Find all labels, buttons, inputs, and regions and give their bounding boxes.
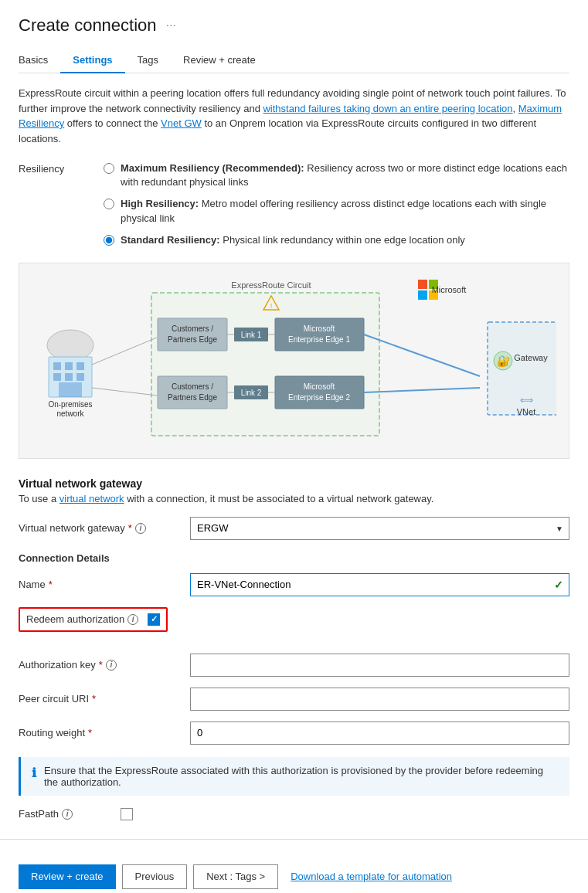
mee2-label2: Enterprise Edge 2 — [288, 393, 350, 402]
page-description: ExpressRoute circuit within a peering lo… — [19, 86, 569, 146]
bottom-divider — [0, 839, 588, 840]
routing-weight-required: * — [88, 727, 92, 739]
withstand-link[interactable]: withstand failures taking down an entire… — [263, 103, 512, 114]
radio-option-max[interactable]: Maximum Resiliency (Recommended): Resili… — [104, 161, 569, 189]
radio-standard[interactable] — [104, 235, 114, 246]
vng-required: * — [128, 522, 132, 534]
cpe1-label1: Customers / — [172, 324, 213, 333]
radio-option-standard[interactable]: Standard Resiliency: Physical link redun… — [104, 233, 569, 247]
virtual-network-link[interactable]: virtual network — [59, 493, 124, 504]
radio-max[interactable] — [104, 163, 114, 174]
mee2-box — [275, 376, 364, 409]
fastpath-label: FastPath i — [19, 808, 111, 820]
info-banner-text: Ensure that the ExpressRoute associated … — [44, 765, 559, 788]
building-door — [59, 382, 82, 397]
redeem-auth-container: Redeem authorization i — [19, 607, 569, 643]
cpe1-label2: Partners Edge — [168, 335, 217, 344]
radio-high[interactable] — [104, 199, 114, 209]
link1-label: Link 1 — [241, 331, 262, 339]
vnet-label: VNet — [517, 407, 535, 416]
conn-details-section: Connection Details Name * ✓ Redeem autho… — [19, 552, 569, 745]
page-title: Create connection — [19, 15, 157, 36]
vnet-arrows: ⟺ — [520, 395, 533, 406]
line-onprem-cpe1 — [92, 338, 157, 365]
ms-sq3 — [418, 290, 427, 300]
peer-uri-input[interactable] — [190, 688, 569, 711]
download-template-button[interactable]: Download a template for automation — [284, 871, 458, 882]
mee1-label1: Microsoft — [304, 324, 335, 333]
fastpath-row: FastPath i — [19, 808, 569, 820]
building-win3 — [76, 362, 84, 370]
routing-weight-input[interactable] — [190, 722, 569, 745]
vng-row: Virtual network gateway * i ERGW ▼ — [19, 517, 569, 540]
previous-button[interactable]: Previous — [122, 864, 188, 889]
cpe2-box — [158, 376, 227, 409]
gw-label: Gateway — [514, 353, 548, 362]
mee1-box — [275, 318, 364, 351]
radio-standard-label: Standard Resiliency: Physical link redun… — [121, 233, 465, 247]
vng-section-desc: To use a virtual network with a connecti… — [19, 493, 569, 504]
building-win2 — [65, 362, 73, 370]
auth-key-required: * — [99, 659, 103, 671]
redeem-checkbox[interactable] — [148, 613, 160, 626]
vng-label: Virtual network gateway * i — [19, 522, 181, 534]
name-row: Name * ✓ — [19, 573, 569, 596]
radio-high-label: High Resiliency: Metro model offering re… — [121, 197, 569, 225]
vng-info-icon[interactable]: i — [135, 523, 146, 534]
resiliency-radio-group: Maximum Resiliency (Recommended): Resili… — [104, 161, 569, 247]
page-title-ellipsis[interactable]: ··· — [166, 19, 176, 32]
peer-uri-row: Peer circuit URI * — [19, 688, 569, 711]
auth-key-row: Authorization key * i — [19, 654, 569, 677]
info-banner: ℹ Ensure that the ExpressRoute associate… — [19, 757, 569, 796]
redeem-info-icon[interactable]: i — [127, 614, 138, 625]
gw-icon-symbol: 🔐 — [497, 355, 511, 368]
resiliency-label: Resiliency — [19, 161, 88, 247]
name-input[interactable] — [190, 573, 569, 596]
radio-option-high[interactable]: High Resiliency: Metro model offering re… — [104, 197, 569, 225]
footer: Review + create Previous Next : Tags > D… — [19, 852, 569, 889]
building-win5 — [65, 373, 73, 381]
ms-sq1 — [418, 280, 427, 289]
circuit-box — [151, 293, 379, 436]
tab-settings[interactable]: Settings — [60, 48, 124, 73]
peer-uri-required: * — [92, 693, 96, 705]
cpe2-label1: Customers / — [172, 382, 213, 391]
next-button[interactable]: Next : Tags > — [193, 864, 278, 889]
line-mee2-gw — [364, 388, 480, 392]
review-create-button[interactable]: Review + create — [19, 864, 116, 889]
vng-dropdown[interactable]: ERGW — [190, 517, 569, 540]
vnet-gw-link[interactable]: Vnet GW — [161, 117, 202, 129]
onprem-label1: On-premises — [48, 400, 92, 409]
tab-tags[interactable]: Tags — [125, 48, 171, 73]
diagram-svg: ExpressRoute Circuit On-premises network — [32, 276, 556, 446]
auth-key-input[interactable] — [190, 654, 569, 677]
name-required: * — [49, 579, 53, 590]
mee1-label2: Enterprise Edge 1 — [288, 335, 350, 344]
redeem-label: Redeem authorization i — [26, 613, 138, 625]
resiliency-diagram: ExpressRoute Circuit On-premises network — [19, 263, 569, 459]
auth-key-label: Authorization key * i — [19, 659, 181, 671]
conn-details-header: Connection Details — [19, 552, 569, 564]
line-mee1-gw — [364, 334, 480, 376]
building-win6 — [76, 373, 84, 381]
onprem-cloud — [47, 330, 93, 361]
vng-dropdown-wrapper: ERGW ▼ — [190, 517, 569, 540]
name-label: Name * — [19, 579, 181, 590]
routing-weight-row: Routing weight * — [19, 722, 569, 745]
radio-max-label: Maximum Resiliency (Recommended): Resili… — [121, 161, 569, 189]
tab-bar: Basics Settings Tags Review + create — [19, 48, 569, 73]
fastpath-checkbox[interactable] — [121, 808, 133, 820]
warning-symbol: ! — [270, 302, 273, 310]
line-onprem-cpe2 — [92, 388, 157, 396]
tab-review-create[interactable]: Review + create — [171, 48, 268, 73]
onprem-label2: network — [56, 409, 84, 418]
vng-section: Virtual network gateway To use a virtual… — [19, 477, 569, 540]
building-win4 — [53, 373, 61, 381]
vng-section-title: Virtual network gateway — [19, 477, 569, 490]
redeem-auth-row: Redeem authorization i — [19, 607, 168, 632]
mee2-label1: Microsoft — [304, 382, 335, 391]
fastpath-info-icon[interactable]: i — [62, 809, 73, 820]
circuit-label: ExpressRoute Circuit — [231, 280, 311, 290]
tab-basics[interactable]: Basics — [19, 48, 60, 73]
auth-key-info-icon[interactable]: i — [106, 660, 117, 671]
